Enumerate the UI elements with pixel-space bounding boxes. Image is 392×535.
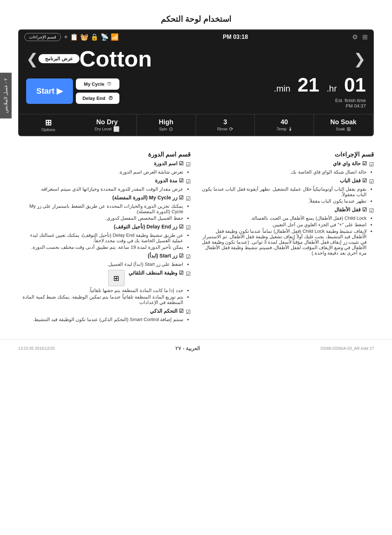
- est-finish-block: Est. finish time PM 04:37: [274, 98, 366, 109]
- options-control[interactable]: ⊞ Options: [19, 114, 78, 135]
- time-block: 01 hr. 21 min. Est. finish time PM 04:37: [274, 73, 366, 109]
- est-time: PM 04:37: [346, 103, 366, 109]
- delay-end-bullet-1: عن طريق تنشيط وظيفة Delay End (تأجيل الت…: [18, 232, 183, 243]
- page-footer: DG68-03366A-03_AR.indd 27 العربية - ٢٧ 2…: [0, 340, 392, 357]
- start-bullet-1: اضغط على زر Start (ابدأ) لبدء الغسيل.: [18, 262, 183, 267]
- child-lock-bullet-2: اضغط على "+" في الجزء العلوي من أجل التع…: [201, 222, 367, 227]
- my-cycle-bullet-2: حفظ الغسيل المخصص المفضل كدوري.: [18, 215, 183, 221]
- spin-icon: ⊙: [169, 126, 173, 132]
- start-section: ☑ ☑ زر Start (ابدأ): [18, 253, 191, 260]
- left-column: قسم اسم الدورة ☑ ☑ اسم الدورة تعرض شاشة …: [18, 151, 191, 325]
- rinse-icon: ⟳: [229, 126, 233, 132]
- my-cycle-label: My Cycle: [84, 81, 104, 87]
- status-icons: 📶 📡 🔒 🧺 📋 +: [64, 33, 119, 41]
- delay-end-button[interactable]: ⏱ Delay End: [76, 93, 119, 104]
- auto-clean-section-title: ☑ وظيفة المنظف التلقائي: [128, 270, 184, 276]
- clock-icon: ⏱: [108, 96, 113, 101]
- start-button[interactable]: ▶ Start: [26, 78, 73, 104]
- spin-control[interactable]: High ⊙ Spin: [137, 114, 196, 135]
- grid-icon: ⊞: [362, 33, 368, 41]
- auto-clean-check-icon: ☑: [186, 271, 191, 277]
- my-cycle-section: ☑ ☑ زر My Cycle (الدورة المفضلة): [18, 195, 191, 202]
- temp-control[interactable]: 40 🌡 Temp.: [255, 114, 314, 135]
- right-column: قسم الإجراءات ☑ ☑ حالة واي فاي حالة اتصا…: [201, 151, 374, 325]
- wifi-check-icon: ☑: [369, 161, 374, 168]
- door-lock-check-icon: ☑: [369, 178, 374, 185]
- view-program-button[interactable]: عرض البرنامج: [38, 54, 79, 63]
- wash-icon: 🧺: [80, 33, 88, 41]
- wifi-bullet-1: حالة اتصال شبكة الواي فاي الخاصة بك.: [201, 169, 367, 175]
- auto-clean-section: ☑ ☑ وظيفة المنظف التلقائي ⊞: [18, 270, 191, 286]
- minutes-value: 21: [298, 73, 319, 96]
- child-lock-check-icon: ☑: [369, 207, 374, 214]
- delay-end-bullet-2: يمكن تأخير الدورة لمدة 19 ساعة. يتم تطبي…: [18, 244, 183, 250]
- cycle-name-bullet-1: تعرض شاشة العرض اسم الدورة.: [18, 169, 183, 175]
- topbar-time: PM 03:18: [223, 34, 248, 40]
- footer-date: 2015/12/25 13:23:35: [18, 346, 55, 350]
- extra-icon: 📋: [70, 33, 78, 41]
- delay-end-bullets: عن طريق تنشيط وظيفة Delay End (تأجيل الت…: [18, 232, 191, 250]
- smart-control-check-icon: ☑: [186, 309, 191, 315]
- est-label: Est. finish time: [335, 98, 366, 103]
- control-bar: No Soak ⊞ Soak 40 🌡 Temp. 3 ⟳ Rinse: [19, 114, 373, 135]
- start-check-icon: ☑: [186, 254, 191, 260]
- plus-icon: +: [64, 33, 68, 41]
- door-lock-bullet-2: تظهر عندما يكون الباب مقفلاً.: [201, 198, 367, 204]
- auto-clean-bullet-1: حدد إذا ما كانت المادة المنظفة يتم حقنها…: [18, 288, 183, 293]
- temp-value: 40: [281, 118, 288, 126]
- footer-model: DG68-03366A-03_AR.indd 27: [320, 346, 374, 350]
- hr-label: hr.: [327, 84, 337, 94]
- heart-icon: ♡: [107, 81, 111, 87]
- play-icon: ▶: [54, 86, 63, 96]
- dry-level-label: ⬜ Dry Level: [95, 126, 119, 132]
- child-lock-bullets: Child Lock (قفل الأطفال) يمنع الأطفال من…: [201, 215, 374, 256]
- cycle-name-section: ☑ ☑ اسم الدورة: [18, 161, 191, 168]
- child-lock-title: ☑ قفل الأطفال: [334, 207, 367, 212]
- page-title: استخدام لوحة التحكم: [0, 7, 392, 29]
- gear-icon: ⚙: [352, 33, 358, 41]
- two-column-layout: قسم الإجراءات ☑ ☑ حالة واي فاي حالة اتصا…: [18, 151, 374, 325]
- right-section-title: قسم الإجراءات: [201, 151, 374, 158]
- program-name: Cotton: [79, 46, 350, 72]
- child-lock-bullet-3: لإيقاف تنشيط وظيفة Child Lock (قفل الأطف…: [201, 228, 367, 256]
- dry-level-control[interactable]: No Dry ⬜ Dry Level: [78, 114, 137, 135]
- temp-icon: 🌡: [288, 126, 293, 132]
- nav-right-arrow[interactable]: ❮: [354, 50, 366, 67]
- nav-left-arrow[interactable]: ❯: [26, 50, 38, 67]
- display-main: ❮ Cotton عرض البرنامج ❯ 01 hr. 21 min.: [19, 44, 373, 114]
- dry-level-value: No Dry: [96, 118, 118, 126]
- side-tab: ٢ - غسل الملابس: [0, 73, 12, 118]
- cycle-name-title: ☑ اسم الدورة: [154, 161, 184, 166]
- signal-icon: 📡: [101, 33, 109, 41]
- options-label: Options: [41, 127, 55, 132]
- door-lock-section: ☑ ☑ قفل الباب: [201, 178, 374, 185]
- rinse-control[interactable]: 3 ⟳ Rinse: [196, 114, 255, 135]
- wifi-bullets: حالة اتصال شبكة الواي فاي الخاصة بك.: [201, 169, 374, 175]
- wifi-title: ☑ حالة واي فاي: [333, 161, 367, 166]
- start-label: Start: [36, 86, 54, 96]
- spin-value: High: [159, 118, 173, 126]
- actions-row: ♡ My Cycle ⏱ Delay End ▶ Start: [26, 78, 119, 104]
- procedures-button[interactable]: قسم الإجراءات: [24, 33, 61, 41]
- wifi-section: ☑ ☑ حالة واي فاي: [201, 161, 374, 168]
- soak-control[interactable]: No Soak ⊞ Soak: [314, 114, 373, 135]
- delay-end-section: ☑ ☑ زر Delay End (تأجيل التوقف): [18, 224, 191, 231]
- soak-value: No Soak: [330, 118, 356, 126]
- dry-level-icon: ⬜: [113, 126, 119, 132]
- delay-end-section-title: ☑ زر Delay End (تأجيل التوقف): [114, 224, 184, 230]
- cycle-name-bullets: تعرض شاشة العرض اسم الدورة.: [18, 169, 191, 175]
- min-label: min.: [274, 84, 290, 94]
- my-cycle-bullets: يمكنك تخزين الدورة والخيارات المحددة عن …: [18, 203, 191, 221]
- time-display: 01 hr. 21 min.: [274, 73, 366, 96]
- content-area: قسم الإجراءات ☑ ☑ حالة واي فاي حالة اتصا…: [0, 143, 392, 332]
- footer-page: العربية - ٢٧: [175, 345, 200, 351]
- start-bullets: اضغط على زر Start (ابدأ) لبدء الغسيل.: [18, 262, 191, 267]
- my-cycle-bullet-1: يمكنك تخزين الدورة والخيارات المحددة عن …: [18, 203, 183, 214]
- cycle-duration-bullets: عرض مقدار الوقت المقدر للدورة المحددة وخ…: [18, 186, 191, 192]
- my-cycle-check-icon: ☑: [186, 195, 191, 202]
- page: ٢ - غسل الملابس استخدام لوحة التحكم ⊞ ⚙ …: [0, 0, 392, 535]
- auto-clean-bullets: حدد إذا ما كانت المادة المنظفة يتم حقنها…: [18, 288, 191, 305]
- door-icon: 🔒: [90, 33, 98, 41]
- door-lock-title: ☑ قفل الباب: [340, 178, 367, 183]
- my-cycle-button[interactable]: ♡ My Cycle: [76, 78, 119, 90]
